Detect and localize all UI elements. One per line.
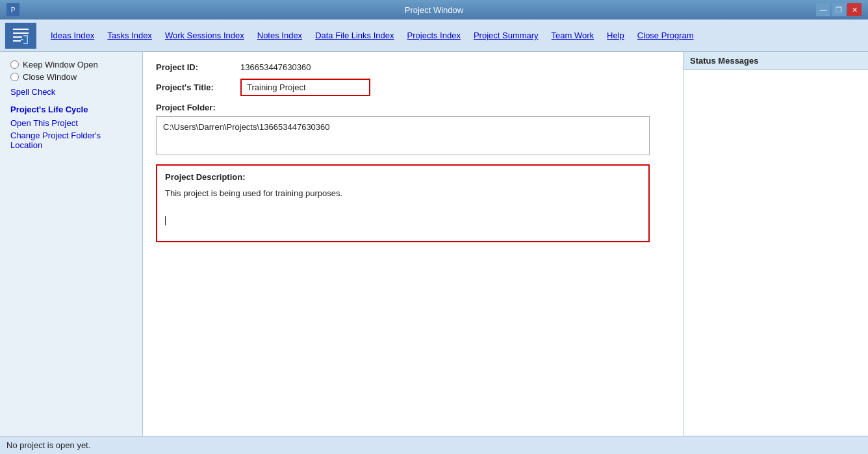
open-this-project-link[interactable]: Open This Project: [10, 118, 132, 128]
status-messages-panel: Status Messages: [683, 52, 868, 436]
close-window-label: Close Window: [23, 72, 77, 82]
project-id-value: 136653447630360: [240, 62, 311, 72]
menu-notes-index[interactable]: Notes Index: [251, 28, 309, 43]
menu-help[interactable]: Help: [600, 28, 631, 43]
close-window-button[interactable]: ✕: [847, 3, 862, 16]
project-description-label: Project Description:: [165, 172, 641, 182]
status-messages-body: [683, 70, 868, 435]
status-messages-header: Status Messages: [683, 52, 868, 70]
project-title-label: Project's Title:: [156, 82, 240, 92]
project-description-section[interactable]: Project Description: This project is bei…: [156, 164, 650, 242]
window-state-group: Keep Window Open Close Window: [10, 60, 132, 82]
life-cycle-heading: Project's Life Cycle: [10, 105, 132, 114]
close-window-option[interactable]: Close Window: [10, 72, 132, 82]
keep-window-open-option[interactable]: Keep Window Open: [10, 60, 132, 69]
menu-close-program[interactable]: Close Program: [631, 28, 700, 43]
title-bar: P Project Window — ❐ ✕: [0, 0, 868, 19]
menu-team-work[interactable]: Team Work: [545, 28, 601, 43]
project-title-value[interactable]: Training Project: [240, 79, 370, 96]
sidebar: Keep Window Open Close Window Spell Chec…: [0, 52, 143, 436]
project-folder-value: C:\Users\Darren\Projects\136653447630360: [156, 116, 650, 155]
content-area: Project ID: 136653447630360 Project's Ti…: [143, 52, 683, 436]
window-controls: — ❐ ✕: [816, 3, 862, 16]
project-title-row: Project's Title: Training Project: [156, 79, 670, 96]
maximize-button[interactable]: ❐: [832, 3, 846, 16]
menu-ideas-index[interactable]: Ideas Index: [44, 28, 101, 43]
menu-data-file-links-index[interactable]: Data File Links Index: [309, 28, 400, 43]
menu-bar: Ideas Index Tasks Index Work Sessions In…: [0, 19, 868, 52]
spell-check-link[interactable]: Spell Check: [10, 87, 132, 97]
window-title: Project Window: [405, 5, 463, 15]
menu-project-summary[interactable]: Project Summary: [467, 28, 545, 43]
main-container: Keep Window Open Close Window Spell Chec…: [0, 52, 868, 436]
project-id-label: Project ID:: [156, 62, 240, 72]
svg-rect-0: [10, 25, 31, 46]
keep-window-open-radio[interactable]: [10, 60, 19, 69]
change-project-folder-link[interactable]: Change Project Folder's Location: [10, 131, 132, 150]
title-bar-icon: P: [6, 3, 19, 16]
minimize-button[interactable]: —: [816, 3, 830, 16]
menu-work-sessions-index[interactable]: Work Sessions Index: [159, 28, 251, 43]
project-folder-label: Project Folder:: [156, 103, 670, 112]
app-logo: [5, 23, 36, 49]
text-cursor: [165, 216, 166, 225]
menu-tasks-index[interactable]: Tasks Index: [101, 28, 159, 43]
status-bar-text: No project is open yet.: [6, 440, 90, 450]
project-description-text: This project is being used for training …: [165, 187, 641, 225]
keep-window-open-label: Keep Window Open: [23, 60, 98, 69]
close-window-radio[interactable]: [10, 73, 19, 81]
status-bar: No project is open yet.: [0, 436, 868, 454]
project-id-row: Project ID: 136653447630360: [156, 62, 670, 72]
project-folder-section: Project Folder: C:\Users\Darren\Projects…: [156, 103, 670, 155]
menu-projects-index[interactable]: Projects Index: [401, 28, 467, 43]
